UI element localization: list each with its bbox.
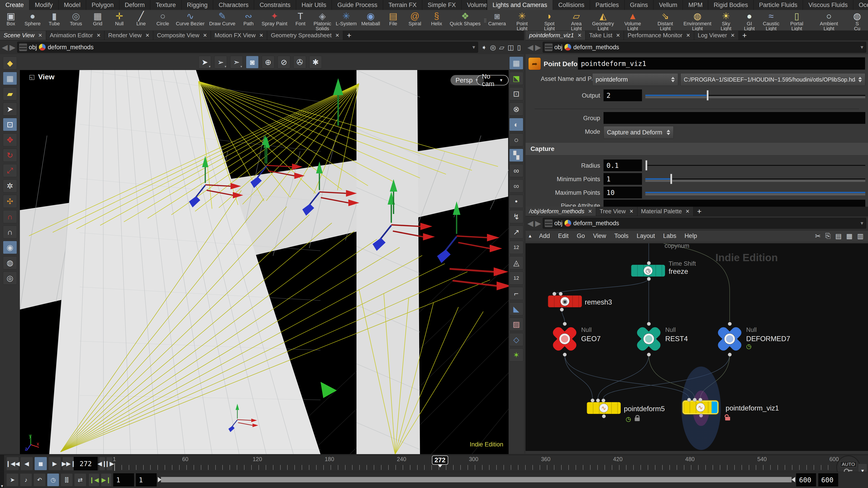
node-pointdeform_viz1-input-1[interactable] [693, 398, 697, 402]
shelf-tab-create[interactable]: Create [0, 0, 29, 10]
close-icon[interactable]: ✕ [335, 33, 339, 38]
shelf-tool-draw-curve[interactable]: ✎Draw Curve [207, 10, 238, 31]
node-pointdeform_viz1-input-0[interactable] [687, 398, 691, 402]
shelf-tool-line[interactable]: ╱Line [130, 10, 152, 31]
shelf-tool-s-cu[interactable]: ◍S Cu [846, 10, 868, 31]
net-tools-icon[interactable]: ✂ [815, 232, 821, 240]
playback-controls-button[interactable]: ⇄ [74, 473, 86, 486]
close-icon[interactable]: ✕ [616, 33, 620, 38]
multi-snap-button[interactable]: ∩ [3, 225, 17, 238]
display-options-button[interactable]: ✱ [309, 56, 322, 68]
shelf-tab-oceans[interactable]: Oceans [853, 0, 868, 10]
shelf-tab-texture[interactable]: Texture [150, 0, 182, 10]
shelf-tab-lights-and-cameras[interactable]: Lights and Cameras [487, 0, 553, 10]
timeline-ruler[interactable]: 160120180240300360420480540600272 [0, 455, 868, 472]
shelf-tool-tube[interactable]: ▮Tube [43, 10, 65, 31]
shelf-tab-particle-fluids[interactable]: Particle Fluids [754, 0, 803, 10]
prim-numbers-button[interactable]: 12 [509, 271, 523, 285]
no-cam-pill[interactable]: No cam▼ [476, 75, 508, 86]
spinner-icon[interactable] [856, 77, 862, 82]
breadcrumb-node[interactable]: deform_methods [564, 43, 619, 51]
snap-plane-button[interactable]: ▰ [3, 87, 17, 100]
shelf-tool-platonic-solids[interactable]: ◈Platonic Solids [311, 10, 333, 31]
show-hulls-button[interactable]: ⌐ [509, 287, 523, 300]
display-glasses-button[interactable]: ∞ [509, 164, 523, 177]
perspective-icon[interactable]: ▱ [499, 43, 504, 51]
point-normals-button[interactable]: ↗ [509, 225, 523, 238]
node-pointdeform_viz1-input-2[interactable] [699, 398, 702, 402]
node-REST4-input[interactable] [647, 322, 651, 326]
headlight-button[interactable]: ◐ [509, 118, 523, 131]
viewport-3d[interactable]: ◱ View Persp▼ No cam▼ Indie Edition y x … [20, 70, 508, 454]
scene-glasses-button[interactable]: ∞ [509, 180, 523, 193]
pan-zoom-button[interactable]: ⊕ [262, 56, 274, 68]
view-tool-button[interactable]: ◉ [3, 241, 17, 254]
node-DEFORMED7-input[interactable] [728, 322, 732, 326]
network-menu-tools[interactable]: Tools [610, 232, 632, 239]
node-REST4-output[interactable] [647, 353, 651, 357]
pane-tab-geometry-spreadsheet[interactable]: Geometry Spreadsheet✕ [267, 31, 343, 40]
slider-handle[interactable] [670, 174, 672, 184]
node-DEFORMED7[interactable] [715, 324, 744, 354]
shelf-tool-torus[interactable]: ◎Torus [65, 10, 87, 31]
pane-tab-take-list[interactable]: Take List✕ [585, 31, 624, 40]
node-remesh3-input-1[interactable] [559, 292, 563, 296]
radial-menu-icon[interactable]: ◎ [490, 43, 496, 51]
output-field[interactable]: 2 [603, 90, 642, 101]
shelf-tab-characters[interactable]: Characters [213, 0, 254, 10]
keyframe-options-button[interactable]: ⫿⫿ [61, 473, 73, 486]
close-icon[interactable]: ✕ [731, 33, 735, 38]
shelf-tool-helix[interactable]: §Helix [426, 10, 447, 31]
asset-path-dropdown[interactable]: C:/PROGRA~1/SIDEEF~1/HOUDIN~1.595/houdin… [680, 73, 865, 86]
shelf-tool-sky-light[interactable]: ☀Sky Light [714, 10, 739, 31]
network-canvas[interactable]: copynum Indie Edition ◷Time Shiftfreeze◉… [526, 243, 868, 451]
shelf-tool-camera[interactable]: ◙Camera [486, 10, 508, 31]
show-star-button[interactable]: ✶ [509, 348, 523, 361]
nav-back-button[interactable]: ◀ [527, 219, 533, 227]
group-field[interactable] [603, 112, 865, 124]
grid-toggle-button[interactable]: ▦ [509, 57, 523, 70]
shelf-tool-ambient-light[interactable]: ○Ambient Light [811, 10, 846, 31]
pane-tab-composite-view[interactable]: Composite View✕ [153, 31, 211, 40]
breadcrumb-node[interactable]: deform_methods [564, 220, 619, 227]
node-remesh3-input-0[interactable] [553, 292, 556, 296]
node-pointdeform5-input-0[interactable] [591, 398, 594, 402]
node-name-field[interactable]: pointdeform_viz1 [578, 57, 865, 70]
shelf-tool-spot-light[interactable]: ◗Spot Light [536, 10, 563, 31]
snapshot-icon[interactable]: ▯ [517, 43, 521, 51]
node-pointdeform5[interactable]: ∿ [587, 402, 621, 414]
undo-playbar-button[interactable]: ↶ [33, 473, 46, 486]
secure-selection-button[interactable]: ⊡ [3, 118, 17, 131]
pin-pane-icon[interactable]: ➧ [481, 43, 487, 51]
pane-maximize-icon[interactable]: ◱ [29, 73, 35, 80]
shelf-tab-deform[interactable]: Deform [119, 0, 151, 10]
high-quality-button[interactable]: ▚ [509, 149, 523, 162]
node-pointdeform_viz1-output[interactable] [699, 414, 703, 418]
display-flag[interactable] [712, 401, 717, 413]
pane-tab-scene-view[interactable]: Scene View✕ [0, 31, 46, 40]
shelf-tool-spiral[interactable]: @Spiral [404, 10, 426, 31]
network-menu-layout[interactable]: Layout [632, 232, 659, 239]
construction-plane-button[interactable]: ▦ [3, 72, 17, 85]
nav-forward-button[interactable]: ▶ [9, 43, 16, 51]
close-icon[interactable]: ✕ [145, 33, 149, 38]
shelf-tab-guide-process[interactable]: Guide Process [332, 0, 383, 10]
slider-handle[interactable] [645, 160, 647, 170]
shelf-tab-rigging[interactable]: Rigging [182, 0, 213, 10]
node-DEFORMED7-output[interactable] [728, 353, 732, 357]
range-end-handle[interactable] [792, 477, 795, 482]
point-trails-button[interactable]: ↯ [509, 210, 523, 223]
shelf-tool-font[interactable]: TFont [289, 10, 311, 31]
playbar-left-strip2[interactable]: ▼ [0, 472, 4, 488]
path-field[interactable]: objdeform_methods▼ [543, 42, 866, 53]
prim-normals-button[interactable]: ◬ [509, 256, 523, 269]
zoom-lens-button[interactable]: ◎ [3, 271, 17, 285]
node-pointdeform5-output[interactable] [602, 414, 606, 418]
shelf-tab-simple-fx[interactable]: Simple FX [422, 0, 462, 10]
range-start-field[interactable]: 1 [113, 473, 134, 486]
show-planes-button[interactable]: ◣ [509, 302, 523, 315]
shelf-tool-spray-paint[interactable]: ✦Spray Paint [259, 10, 289, 31]
shelf-tool-metaball[interactable]: ◉Metaball [359, 10, 382, 31]
node-GEO7[interactable] [550, 324, 579, 354]
node-freeze[interactable]: ◷ [631, 265, 665, 276]
